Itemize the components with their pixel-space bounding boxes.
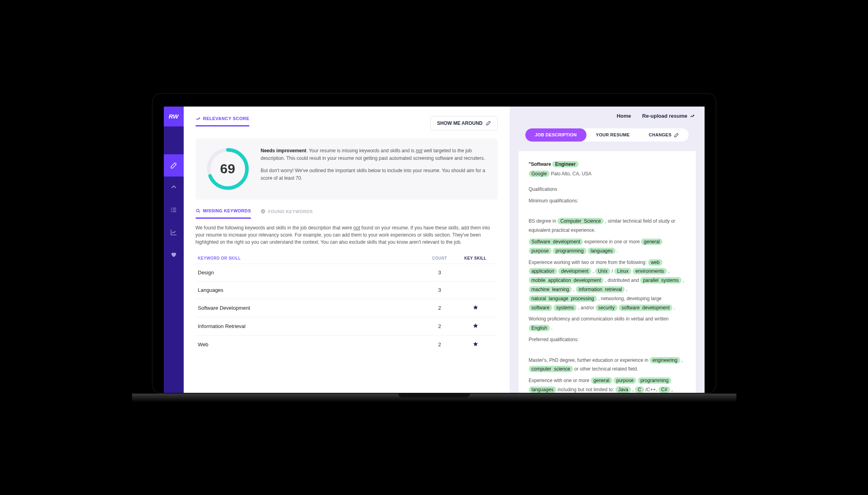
svg-rect-1 xyxy=(173,208,176,208)
keyword-tabs: MISSING KEYWORDS FOUND KEYWORDS xyxy=(196,208,498,219)
cell-count: 2 xyxy=(424,305,456,311)
table-row[interactable]: Software Development2 xyxy=(196,299,498,317)
tab-job-description[interactable]: JOB DESCRIPTION xyxy=(525,128,586,142)
tab-found-keywords[interactable]: FOUND KEYWORDS xyxy=(260,208,313,219)
nav-home-link[interactable]: Home xyxy=(617,113,631,119)
wand-icon xyxy=(486,120,491,126)
jd-line: Master's, PhD degree, further education … xyxy=(529,356,685,374)
jd-min-q-heading: Minimum qualifications: xyxy=(529,196,685,206)
sidebar: RW xyxy=(164,107,184,393)
tab-your-resume[interactable]: YOUR RESUME xyxy=(586,128,639,142)
jd-line: Experience with one or more general purp… xyxy=(529,376,685,392)
nav-list-icon[interactable] xyxy=(164,199,184,221)
cell-keyskill xyxy=(456,341,495,348)
chart-up-icon xyxy=(196,116,201,121)
table-row[interactable]: Web2 xyxy=(196,335,498,353)
nav-reupload-link[interactable]: Re-upload resume xyxy=(642,113,695,119)
show-me-around-button[interactable]: SHOW ME AROUND xyxy=(430,116,497,130)
right-panel: Home Re-upload resume JOB DESCRIPTION YO… xyxy=(510,107,705,393)
score-card: 69 Needs improvement. Your resume is mis… xyxy=(196,138,498,200)
cell-count: 2 xyxy=(424,323,456,329)
cell-keyskill xyxy=(456,305,495,311)
svg-point-2 xyxy=(171,209,171,210)
tab-missing-keywords[interactable]: MISSING KEYWORDS xyxy=(196,208,251,219)
score-text: Needs improvement. Your resume is missin… xyxy=(261,147,487,187)
top-nav: Home Re-upload resume xyxy=(510,107,705,128)
cell-keyskill xyxy=(456,323,495,330)
cell-count: 3 xyxy=(424,287,456,293)
jd-line: Working proficiency and communication sk… xyxy=(529,314,685,333)
svg-rect-5 xyxy=(173,211,176,212)
svg-point-4 xyxy=(171,211,171,212)
laptop-base xyxy=(132,394,736,402)
wand-icon xyxy=(674,132,679,138)
nav-chart-icon[interactable] xyxy=(164,221,184,243)
cell-count: 3 xyxy=(424,270,456,276)
jd-line: Software development experience in one o… xyxy=(529,237,685,256)
nav-magic-icon[interactable] xyxy=(164,154,184,177)
svg-point-0 xyxy=(171,208,171,208)
jd-title: "Software Engineer xyxy=(529,160,685,169)
view-tabs: JOB DESCRIPTION YOUR RESUME CHANGES xyxy=(525,128,689,142)
left-panel: RELEVANCY SCORE SHOW ME AROUND 69 Needs … xyxy=(184,107,510,393)
col-header-keyskill: KEY SKILL xyxy=(456,256,495,260)
col-header-count: COUNT xyxy=(424,256,456,260)
table-row[interactable]: Design3 xyxy=(196,264,498,281)
nav-handshake-icon[interactable] xyxy=(164,177,184,199)
score-value: 69 xyxy=(206,147,250,191)
relevancy-score-label: RELEVANCY SCORE xyxy=(196,116,250,126)
svg-point-9 xyxy=(261,209,265,214)
chart-up-icon xyxy=(690,113,695,118)
check-circle-icon xyxy=(260,209,266,214)
cell-keyword: Software Development xyxy=(198,305,424,311)
missing-keywords-description: We found the following keywords and skil… xyxy=(196,224,498,246)
cell-keyword: Information Retrieval xyxy=(198,323,424,329)
nav-heart-icon[interactable] xyxy=(164,243,184,266)
svg-point-8 xyxy=(196,209,199,212)
table-row[interactable]: Information Retrieval2 xyxy=(196,317,498,335)
logo: RW xyxy=(164,107,184,126)
jd-pref-q-heading: Preferred qualifications: xyxy=(529,335,685,344)
jd-line: Experience working with two or more from… xyxy=(529,258,685,313)
job-description-card: "Software Engineer Google Palo Alto, CA,… xyxy=(518,151,696,393)
col-header-keyword: KEYWORD OR SKILL xyxy=(198,256,424,260)
score-gauge: 69 xyxy=(206,147,250,191)
cell-keyword: Web xyxy=(198,342,424,347)
jd-qualifications-heading: Qualifications xyxy=(529,185,685,194)
search-icon xyxy=(196,208,201,214)
keywords-table: KEYWORD OR SKILL COUNT KEY SKILL Design3… xyxy=(196,253,498,353)
table-row[interactable]: Languages3 xyxy=(196,281,498,299)
svg-rect-3 xyxy=(173,210,176,210)
cell-keyword: Languages xyxy=(198,287,424,293)
cell-count: 2 xyxy=(424,342,456,347)
jd-company-location: Google Palo Alto, CA, USA xyxy=(529,169,685,179)
cell-keyword: Design xyxy=(198,270,424,276)
jd-line: BS degree in Computer Science , similar … xyxy=(529,217,685,235)
tab-changes[interactable]: CHANGES xyxy=(639,128,689,142)
